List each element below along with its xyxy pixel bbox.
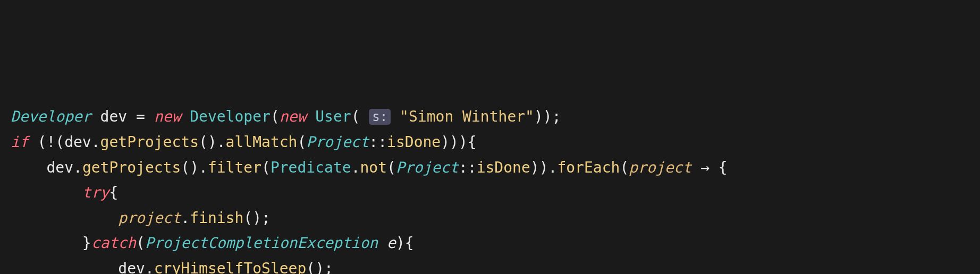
class-token: ProjectCompletionException	[145, 234, 378, 252]
class-token: Developer	[190, 108, 271, 125]
method-ref-token: isDone	[387, 133, 441, 151]
method-token: finish	[190, 209, 243, 227]
variable-token: dev	[46, 159, 73, 176]
param-hint-badge: s:	[369, 109, 391, 125]
keyword-token: catch	[91, 234, 136, 252]
class-token: Project	[306, 133, 369, 151]
method-token: getProjects	[82, 159, 181, 176]
variable-token: dev	[64, 133, 91, 151]
keyword-token: if	[11, 133, 29, 151]
code-line-2: if (!(dev.getProjects().allMatch(Project…	[11, 130, 969, 155]
variable-token: dev	[118, 260, 145, 274]
code-block[interactable]: Developer dev = new Developer(new User( …	[11, 104, 969, 274]
code-line-5: project.finish();	[11, 206, 969, 231]
code-line-4: try{	[11, 180, 969, 206]
class-token: User	[315, 108, 351, 125]
code-line-7: dev.cryHimselfToSleep();	[11, 256, 969, 274]
method-token: getProjects	[100, 133, 199, 151]
variable-token: project	[118, 209, 181, 227]
class-token: Predicate	[271, 159, 351, 176]
lambda-arrow-icon: → {	[691, 159, 727, 176]
keyword-token: new	[280, 108, 307, 125]
code-line-3: dev.getProjects().filter(Predicate.not(P…	[11, 155, 969, 181]
class-token: Project	[396, 159, 459, 176]
param-token: e	[387, 234, 396, 252]
variable-token: dev	[100, 108, 128, 125]
method-token: forEach	[557, 159, 620, 176]
code-line-6: }catch(ProjectCompletionException e){	[11, 230, 969, 256]
method-ref-token: isDone	[477, 159, 530, 176]
string-token: "Simon Winther"	[400, 108, 534, 125]
method-token: allMatch	[226, 133, 298, 151]
method-token: not	[360, 159, 387, 176]
lambda-param-token: project	[629, 159, 691, 176]
method-token: cryHimselfToSleep	[154, 260, 307, 274]
keyword-token: new	[154, 108, 181, 125]
type-token: Developer	[11, 108, 91, 125]
code-line-1: Developer dev = new Developer(new User( …	[11, 104, 969, 130]
keyword-token: try	[82, 184, 109, 201]
method-token: filter	[208, 159, 261, 176]
